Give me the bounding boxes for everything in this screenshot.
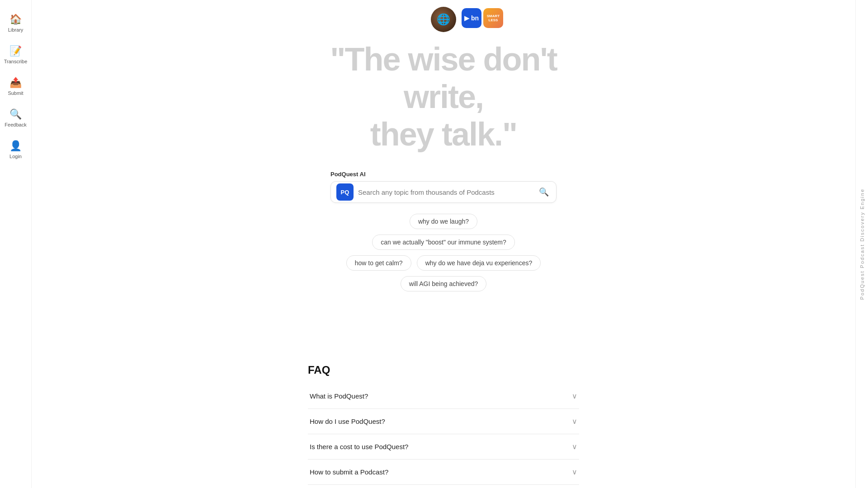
chip-calm[interactable]: how to get calm?	[346, 255, 411, 271]
chip-immune[interactable]: can we actually "boost" our immune syste…	[372, 235, 515, 250]
sidebar-label-transcribe: Transcribe	[4, 59, 28, 64]
sidebar-item-library[interactable]: 🏠 Library	[2, 9, 29, 37]
faq-question-1: What is PodQuest?	[310, 392, 368, 400]
faq-chevron-2: ∨	[572, 417, 577, 426]
sidebar-item-submit[interactable]: 📤 Submit	[2, 72, 29, 100]
sidebar-item-feedback[interactable]: 🔍 Feedback	[2, 104, 29, 132]
suggestion-row-2: can we actually "boost" our immune syste…	[372, 235, 515, 250]
sidebar-item-transcribe[interactable]: 📝 Transcribe	[2, 41, 29, 69]
hero-quote-line3: they talk."	[370, 116, 517, 152]
right-edge-label: PodQuest Podcast Discovery Engine	[855, 0, 868, 488]
suggestion-row-3: how to get calm? why do we have deja vu …	[346, 255, 541, 271]
suggestions-container: why do we laugh? can we actually "boost"…	[285, 214, 602, 291]
search-section: PodQuest AI PQ 🔍	[330, 171, 557, 203]
sidebar-label-login: Login	[9, 154, 22, 159]
hero-section: 🌐 ▶ bn SMARTLESS "The wise don't write, …	[32, 0, 855, 291]
suggestion-row-4: will AGI being achieved?	[401, 276, 487, 291]
faq-section: FAQ What is PodQuest? ∨ How do I use Pod…	[308, 364, 579, 488]
search-input[interactable]	[358, 188, 537, 196]
faq-question-3: Is there a cost to use PodQuest?	[310, 443, 408, 450]
transcribe-icon: 📝	[9, 45, 22, 57]
faq-question-2: How do I use PodQuest?	[310, 418, 385, 425]
login-icon: 👤	[9, 140, 22, 152]
faq-item-2[interactable]: How do I use PodQuest? ∨	[308, 409, 579, 434]
search-label: PodQuest AI	[330, 171, 366, 178]
chip-why-laugh[interactable]: why do we laugh?	[410, 214, 477, 229]
main-content: 🌐 ▶ bn SMARTLESS "The wise don't write, …	[32, 0, 855, 488]
floating-podcasts: 🌐 ▶ bn SMARTLESS	[353, 5, 534, 41]
search-logo: PQ	[336, 183, 354, 201]
home-icon: 🏠	[9, 14, 22, 25]
faq-item-1[interactable]: What is PodQuest? ∨	[308, 384, 579, 409]
search-icon: 🔍	[539, 187, 549, 197]
sidebar-label-feedback: Feedback	[5, 122, 26, 127]
faq-item-4[interactable]: How to submit a Podcast? ∨	[308, 460, 579, 485]
sidebar-item-login[interactable]: 👤 Login	[2, 136, 29, 164]
hero-quote: "The wise don't write, they talk."	[330, 41, 557, 153]
podcast-thumb-bn: ▶ bn	[462, 8, 481, 28]
feedback-icon: 🔍	[9, 108, 22, 120]
faq-item-3[interactable]: Is there a cost to use PodQuest? ∨	[308, 434, 579, 460]
hero-quote-line2: write,	[404, 79, 483, 115]
suggestion-row-1: why do we laugh?	[410, 214, 477, 229]
sidebar: 🏠 Library 📝 Transcribe 📤 Submit 🔍 Feedba…	[0, 0, 32, 488]
podcast-thumb-smartless: SMARTLESS	[483, 8, 503, 28]
podcast-thumb-globe: 🌐	[431, 7, 456, 32]
hero-quote-line1: "The wise don't	[330, 41, 557, 77]
faq-chevron-4: ∨	[572, 468, 577, 476]
faq-chevron-3: ∨	[572, 442, 577, 451]
faq-chevron-1: ∨	[572, 392, 577, 400]
right-edge-text: PodQuest Podcast Discovery Engine	[859, 188, 865, 300]
faq-title: FAQ	[308, 364, 579, 376]
sidebar-label-library: Library	[8, 27, 24, 33]
chip-agi[interactable]: will AGI being achieved?	[401, 276, 487, 291]
chip-dejavu[interactable]: why do we have deja vu experiences?	[417, 255, 541, 271]
submit-icon: 📤	[9, 77, 22, 89]
search-button[interactable]: 🔍	[537, 185, 551, 199]
sidebar-label-submit: Submit	[8, 90, 23, 96]
faq-question-4: How to submit a Podcast?	[310, 468, 388, 476]
search-bar: PQ 🔍	[330, 181, 557, 203]
